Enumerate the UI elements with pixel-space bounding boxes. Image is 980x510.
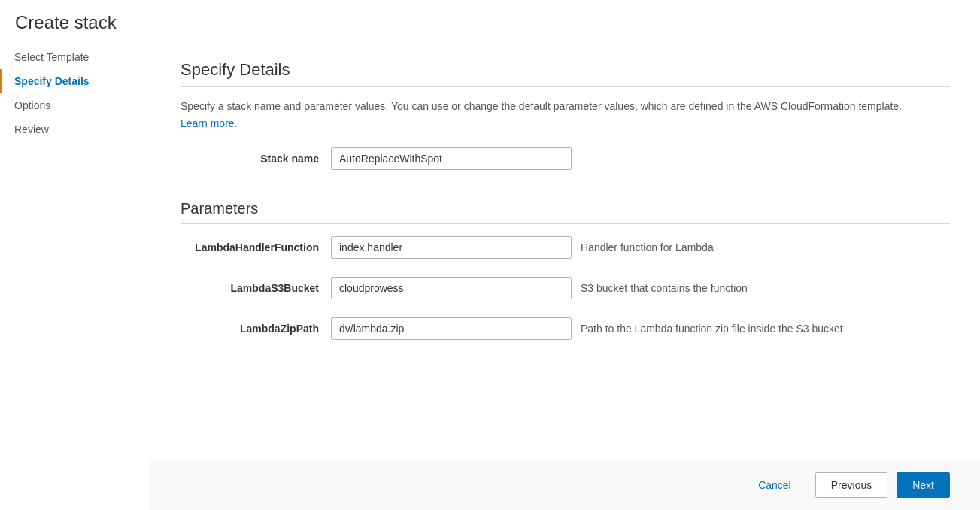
page-title: Create stack [0,0,980,42]
sidebar-item-specify-details[interactable]: Specify Details [0,69,150,93]
parameters-rows: LambdaHandlerFunctionHandler function fo… [181,236,950,340]
param-row-lambda-s3-bucket: LambdaS3BucketS3 bucket that contains th… [181,277,950,299]
param-label-lambda-handler: LambdaHandlerFunction [181,241,331,253]
sidebar-item-select-template[interactable]: Select Template [0,45,150,69]
stack-name-label: Stack name [181,153,331,165]
sidebar-item-review[interactable]: Review [0,117,150,141]
section-divider [181,86,950,87]
param-hint-lambda-zip-path: Path to the Lambda function zip file ins… [581,323,843,335]
parameters-divider [181,223,950,224]
stack-name-input[interactable] [331,147,572,170]
next-button[interactable]: Next [897,472,950,498]
param-input-lambda-s3-bucket[interactable] [331,277,572,299]
param-label-lambda-s3-bucket: LambdaS3Bucket [181,282,331,294]
param-hint-lambda-s3-bucket: S3 bucket that contains the function [581,282,748,294]
main-content: Specify Details Specify a stack name and… [150,42,980,460]
param-label-lambda-zip-path: LambdaZipPath [181,323,331,335]
sidebar: Select TemplateSpecify DetailsOptionsRev… [0,42,150,510]
stack-name-row: Stack name [181,147,950,170]
param-input-lambda-handler[interactable] [331,236,572,259]
parameters-section: Parameters LambdaHandlerFunctionHandler … [181,200,950,358]
section-title: Specify Details [181,60,950,80]
footer-bar: Cancel Previous Next [150,460,980,510]
content-area: Specify Details Specify a stack name and… [150,42,980,510]
parameters-title: Parameters [181,200,950,217]
param-hint-lambda-handler: Handler function for Lambda [581,241,714,253]
description-text: Specify a stack name and parameter value… [181,99,950,114]
cancel-button[interactable]: Cancel [743,473,806,497]
sidebar-item-options[interactable]: Options [0,93,150,117]
param-row-lambda-handler: LambdaHandlerFunctionHandler function fo… [181,236,950,259]
param-row-lambda-zip-path: LambdaZipPathPath to the Lambda function… [181,317,950,340]
learn-more-link[interactable]: Learn more. [181,117,950,129]
param-input-lambda-zip-path[interactable] [331,317,572,340]
previous-button[interactable]: Previous [815,472,887,498]
stack-name-section: Stack name [181,147,950,188]
